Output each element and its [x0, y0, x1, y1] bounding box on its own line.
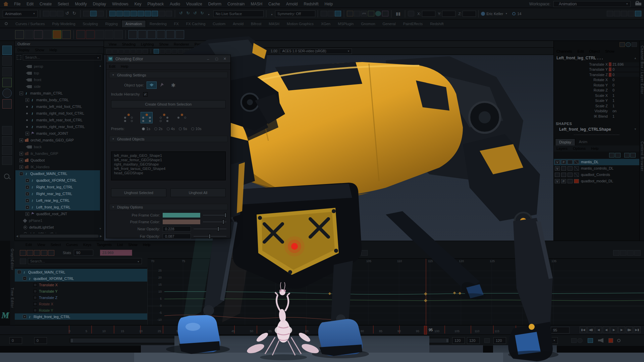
menu-create[interactable]: Create — [37, 2, 55, 6]
orient-constraint-icon[interactable] — [147, 30, 156, 39]
open-scene-icon[interactable] — [50, 11, 56, 16]
pole-vector-icon[interactable] — [175, 30, 184, 39]
viewport-menu-panels[interactable]: Panels — [192, 42, 209, 46]
point-constraint-icon[interactable] — [138, 30, 147, 39]
shelf-tab-rigging[interactable]: Rigging — [102, 20, 121, 27]
shelf-tab-fx[interactable]: FX — [170, 20, 182, 27]
2d-pan-zoom-icon[interactable] — [137, 49, 142, 54]
playback-speed-icon[interactable] — [571, 338, 577, 343]
ghosted-objects-header[interactable]: Ghosted Objects — [109, 136, 228, 142]
toon-icon[interactable] — [375, 11, 381, 16]
step-forward-key-button[interactable]: ▮▶ — [626, 326, 633, 333]
highlight-selection-icon[interactable] — [166, 11, 172, 16]
channel-row-scale-z[interactable]: Scale Z1 — [555, 103, 639, 109]
menu-help[interactable]: Help — [322, 2, 336, 6]
ghost-type-keys-icon[interactable] — [176, 112, 188, 123]
parent-constraint-icon[interactable] — [128, 30, 137, 39]
include-hierarchy-checkbox[interactable]: ✓ — [143, 92, 148, 97]
channel-row-translate-z[interactable]: Translate Z0 — [555, 72, 639, 77]
shelf-tab-custom[interactable]: Custom — [209, 20, 229, 27]
ghosted-object-item[interactable]: left_max_palp_GEO_Shape1 — [114, 154, 223, 158]
lock-selection-icon[interactable] — [159, 11, 165, 16]
ge-menu-show[interactable]: Show — [125, 243, 140, 247]
loop-end-field[interactable]: 120 — [493, 337, 506, 344]
create-locator-icon[interactable] — [34, 30, 43, 39]
channel-box-menu-edit[interactable]: Edit — [575, 49, 586, 53]
insert-keys-icon[interactable] — [27, 250, 33, 256]
pre-frame-color-swatch[interactable] — [163, 213, 200, 218]
lattice-deform-keys-icon[interactable] — [34, 250, 40, 256]
colorspace-select[interactable]: ACES 1.0 SDR-video (sRGB) — [280, 49, 352, 54]
manipulator-axis-icon[interactable] — [620, 42, 625, 47]
safe-title-icon[interactable] — [260, 49, 266, 54]
layout-two-pane-icon[interactable] — [2, 146, 12, 155]
outliner-item[interactable]: mantis_root_JOINT — [15, 130, 100, 137]
shelf-tab-sculpting[interactable]: Sculpting — [79, 20, 102, 27]
move-nearest-key-icon[interactable] — [20, 250, 26, 256]
set-breakdown-icon[interactable] — [114, 30, 123, 39]
anim-start-field[interactable]: 0 — [9, 337, 22, 344]
shelf-tab-fx-caching[interactable]: FX Caching — [182, 20, 209, 27]
select-by-object-icon[interactable] — [90, 11, 97, 16]
time-slider[interactable]: 0510152025303540455055606570758085909510… — [0, 325, 644, 335]
ge-menu-curves[interactable]: Curves — [63, 243, 80, 247]
channel-box-menu-show[interactable]: Show — [602, 49, 617, 53]
scale-tool-icon[interactable] — [2, 99, 12, 109]
menu-mash[interactable]: MASH — [248, 2, 265, 6]
redo-icon[interactable]: ↻ — [71, 11, 77, 16]
layer-color-swatch[interactable] — [574, 160, 579, 164]
layer-row-quadbot-model[interactable]: VP quadbot_model_DL — [554, 178, 639, 184]
rotate-tool-icon[interactable] — [2, 88, 12, 98]
layer-row-mantis[interactable]: VP mantis_DL — [554, 159, 639, 165]
outliner-menu-help[interactable]: Help — [47, 48, 60, 52]
channel-box-menu-object[interactable]: Object — [586, 49, 602, 53]
far-opacity-field[interactable]: 0.087 — [163, 234, 191, 239]
channel-box-scroll-up-icon[interactable]: ▲ — [634, 57, 637, 60]
grid-target-icon[interactable] — [408, 11, 414, 16]
hyperbolic-pencil-icon[interactable] — [632, 42, 637, 47]
film-gate-icon[interactable] — [230, 49, 235, 54]
tab-time-editor[interactable]: Time Editor — [10, 288, 14, 308]
outliner-item[interactable]: defaultLightSet — [15, 224, 100, 231]
menu-key[interactable]: Key — [131, 2, 145, 6]
outliner-search-input[interactable]: Search... — [23, 54, 102, 60]
construction-history-icon[interactable]: ↻ — [199, 11, 205, 16]
layer-color-swatch[interactable] — [574, 166, 579, 171]
ghost-selected-icon[interactable] — [53, 30, 61, 39]
move-layer-down-icon[interactable] — [615, 153, 621, 158]
menu-arnold[interactable]: Arnold — [283, 2, 301, 6]
post-frame-color-swatch[interactable] — [163, 220, 200, 224]
current-frame-field[interactable]: 95 — [551, 327, 570, 334]
field-chart-icon[interactable] — [248, 49, 254, 54]
layout-persp-outliner-icon[interactable] — [2, 156, 12, 165]
menu-edit[interactable]: Edit — [23, 2, 37, 6]
paint-effects-icon[interactable] — [382, 11, 388, 16]
outliner-item[interactable]: IK_Handles — [15, 164, 100, 170]
speed-state-icon[interactable] — [626, 42, 631, 47]
ge-menu-tangents[interactable]: Tangents — [94, 243, 115, 247]
shelf-tab-gnomon[interactable]: Gnomon — [357, 20, 379, 27]
layer-row-mantis-controls[interactable]: V mantis_controls_DL — [554, 165, 639, 172]
motion-blur-icon[interactable] — [190, 49, 195, 54]
outliner-item[interactable]: mantis_left_rear_foot_CTRL — [15, 117, 100, 123]
outliner-scroll-up-icon[interactable]: ▲ — [99, 64, 102, 67]
render-icon[interactable] — [347, 11, 353, 16]
fps-select[interactable]: 24 fps — [538, 337, 558, 344]
outliner-scroll-down-icon[interactable]: ▼ — [99, 227, 102, 230]
display-options-header[interactable]: Display Options — [109, 204, 228, 210]
ghost-type-both-icon[interactable] — [141, 112, 153, 123]
move-tool-icon[interactable] — [2, 78, 12, 87]
object-type-locator-icon[interactable]: ✱ — [171, 82, 175, 88]
channel-row-rotate-z[interactable]: Rotate Z0 — [555, 88, 639, 93]
layer-help-menu[interactable]: Help — [588, 146, 601, 150]
preset-1s-radio[interactable] — [142, 127, 145, 130]
undo-icon[interactable]: ↺ — [64, 11, 70, 16]
camera-attributes-icon[interactable] — [118, 49, 124, 54]
maximize-icon[interactable]: ▢ — [212, 57, 221, 61]
ge-item-translate-x[interactable]: Translate X — [15, 282, 147, 288]
y-coord-field[interactable] — [442, 11, 455, 17]
shelf-tab-arnold[interactable]: Arnold — [229, 20, 247, 27]
command-line[interactable] — [0, 346, 644, 362]
layer-row-quadbot-controls[interactable]: quadbot_Controls — [554, 172, 639, 178]
menu-display[interactable]: Display — [90, 2, 109, 6]
